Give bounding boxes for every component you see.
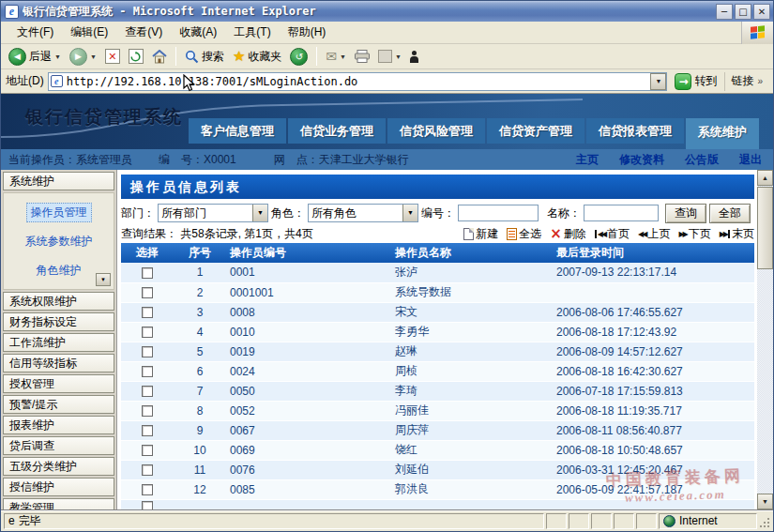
row-last-login-time: 2006-08-18 10:50:48.657 xyxy=(553,440,754,460)
action-new-doc[interactable]: 新建 xyxy=(463,226,498,242)
address-input[interactable] xyxy=(67,75,651,88)
row-checkbox[interactable] xyxy=(142,307,153,318)
scroll-down-icon[interactable]: ▼ xyxy=(757,494,773,509)
address-dropdown-icon[interactable]: ▼ xyxy=(650,73,666,90)
row-operator-name: 赵琳 xyxy=(391,342,553,361)
row-last-login-time: 2006-08-18 16:42:30.627 xyxy=(553,361,754,381)
go-button[interactable]: → 转到 xyxy=(671,71,721,92)
row-seq: 4 xyxy=(174,322,226,342)
nav-tab[interactable]: 信贷风险管理 xyxy=(387,118,485,144)
home-button[interactable] xyxy=(150,49,169,65)
sidebar-submenu-dropdown-icon[interactable]: ▼ xyxy=(96,273,111,286)
row-checkbox[interactable] xyxy=(142,287,153,298)
row-checkbox[interactable] xyxy=(142,366,153,377)
row-seq: 7 xyxy=(174,381,226,401)
nav-tab[interactable]: 信贷报表管理 xyxy=(586,118,684,144)
menu-item[interactable]: 文件(F) xyxy=(8,22,62,43)
address-field[interactable]: e ▼ xyxy=(48,72,668,91)
sidebar-item[interactable]: 财务指标设定 xyxy=(3,312,114,331)
row-checkbox[interactable] xyxy=(142,445,153,456)
action-prev-page[interactable]: ◀◀上页 xyxy=(638,226,670,242)
forward-dropdown-icon[interactable]: ▼ xyxy=(90,53,97,60)
forward-button[interactable]: ▶ ▼ xyxy=(68,47,99,67)
sidebar-submenu-item[interactable]: 系统参数维护 xyxy=(25,234,93,250)
mail-dropdown-icon[interactable]: ▼ xyxy=(340,53,346,60)
nav-tab[interactable]: 系统维护 xyxy=(686,118,759,149)
sidebar-item[interactable]: 系统权限维护 xyxy=(3,292,114,311)
code-filter-input[interactable] xyxy=(458,205,539,221)
nav-tab[interactable]: 信贷资产管理 xyxy=(487,118,584,144)
sidebar-item[interactable]: 五级分类维护 xyxy=(3,457,114,476)
history-button[interactable]: ↺ xyxy=(288,47,310,67)
sidebar-item[interactable]: 教学管理 xyxy=(3,498,114,509)
action-first-page[interactable]: ◀◀首页 xyxy=(595,226,630,242)
row-checkbox[interactable] xyxy=(142,346,153,357)
sidebar-item[interactable]: 工作流维护 xyxy=(3,333,114,352)
new-doc-icon xyxy=(463,228,474,240)
print-button[interactable] xyxy=(353,49,372,64)
header-link[interactable]: 退出 xyxy=(739,152,762,168)
action-select-all[interactable]: 全选 xyxy=(507,226,541,242)
row-checkbox[interactable] xyxy=(142,386,153,397)
current-operator: 当前操作员：系统管理员 xyxy=(8,152,132,168)
sidebar-item[interactable]: 报表维护 xyxy=(3,416,114,434)
close-button[interactable]: ✕ xyxy=(753,4,770,20)
messenger-button[interactable] xyxy=(408,50,420,64)
sidebar-item[interactable]: 预警/提示 xyxy=(3,395,114,414)
role-select[interactable]: 所有角色 ▼ xyxy=(308,204,418,222)
menu-item[interactable]: 编辑(E) xyxy=(62,22,116,43)
row-checkbox[interactable] xyxy=(142,484,153,495)
action-last-page[interactable]: ▶▶末页 xyxy=(720,226,754,242)
nav-tab[interactable]: 信贷业务管理 xyxy=(288,118,386,144)
stop-button[interactable]: ✕ xyxy=(103,48,122,65)
scroll-up-icon[interactable]: ▲ xyxy=(757,170,773,186)
all-button[interactable]: 全部 xyxy=(709,204,751,223)
refresh-button[interactable] xyxy=(127,48,145,65)
links-button[interactable]: 链接 » xyxy=(724,72,768,91)
menu-item[interactable]: 查看(V) xyxy=(116,22,171,43)
name-filter-input[interactable] xyxy=(584,205,659,221)
header-link[interactable]: 公告版 xyxy=(685,152,719,168)
action-next-page[interactable]: ▶▶下页 xyxy=(678,226,710,242)
header-link[interactable]: 修改资料 xyxy=(619,152,664,168)
edit-dropdown-icon[interactable]: ▼ xyxy=(395,53,402,60)
nav-tab[interactable]: 客户信息管理 xyxy=(189,118,286,144)
branch-name: 网 点：天津工业大学银行 xyxy=(274,152,409,168)
sidebar-item[interactable]: 贷后调查 xyxy=(3,436,114,455)
sidebar-item[interactable]: 授权管理 xyxy=(3,374,114,393)
sidebar-section-system-maintenance[interactable]: 系统维护 xyxy=(3,172,114,190)
scrollbar-thumb[interactable] xyxy=(757,187,773,269)
row-checkbox[interactable] xyxy=(142,267,153,279)
sidebar-submenu-item[interactable]: 操作员管理 xyxy=(26,203,92,222)
back-button[interactable]: ◀ 后退 ▼ xyxy=(7,47,63,67)
dept-select-arrow-icon[interactable]: ▼ xyxy=(252,205,267,221)
first-page-icon: ◀◀ xyxy=(595,230,605,238)
query-button[interactable]: 查询 xyxy=(665,204,706,223)
mail-button[interactable]: ✉ ▼ xyxy=(324,48,348,65)
resize-grip[interactable] xyxy=(759,513,771,529)
row-checkbox[interactable] xyxy=(142,501,153,509)
sidebar-item[interactable]: 授信维护 xyxy=(3,478,114,496)
action-delete[interactable]: ×删除 xyxy=(550,226,586,242)
menu-item[interactable]: 收藏(A) xyxy=(171,22,225,43)
prev-page-icon: ◀◀ xyxy=(638,230,645,238)
dept-select[interactable]: 所有部门 ▼ xyxy=(158,204,268,222)
menu-item[interactable]: 帮助(H) xyxy=(280,22,335,43)
row-checkbox[interactable] xyxy=(142,464,153,476)
role-select-arrow-icon[interactable]: ▼ xyxy=(402,205,417,221)
header-link[interactable]: 主页 xyxy=(576,152,599,168)
menu-item[interactable]: 工具(T) xyxy=(225,22,279,43)
row-checkbox[interactable] xyxy=(142,327,153,338)
sidebar-submenu-item[interactable]: 角色维护 xyxy=(37,263,82,279)
sidebar-item[interactable]: 信用等级指标 xyxy=(3,354,114,372)
back-dropdown-icon[interactable]: ▼ xyxy=(54,53,61,60)
edit-button[interactable]: ▼ xyxy=(376,49,403,64)
row-checkbox[interactable] xyxy=(142,405,153,417)
favorites-button[interactable]: ★ 收藏夹 xyxy=(231,47,283,66)
vertical-scrollbar[interactable]: ▲ ▼ xyxy=(757,170,773,509)
row-checkbox[interactable] xyxy=(142,425,153,436)
minimize-button[interactable]: ─ xyxy=(716,4,733,20)
row-select-cell xyxy=(121,401,174,420)
search-button[interactable]: 搜索 xyxy=(183,48,226,66)
maximize-button[interactable]: □ xyxy=(735,4,751,20)
